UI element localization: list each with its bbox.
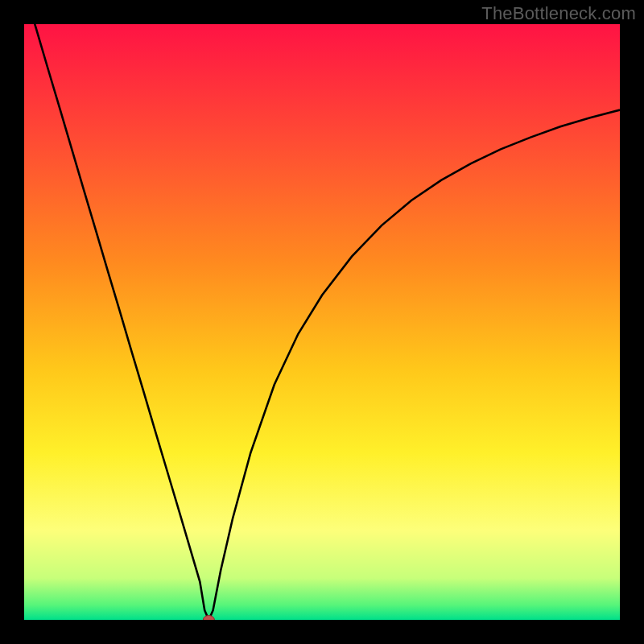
plot-area: [24, 24, 620, 620]
gradient-background: [24, 24, 620, 620]
bottleneck-chart: [24, 24, 620, 620]
chart-frame: TheBottleneck.com: [0, 0, 644, 644]
watermark-text: TheBottleneck.com: [481, 3, 636, 24]
